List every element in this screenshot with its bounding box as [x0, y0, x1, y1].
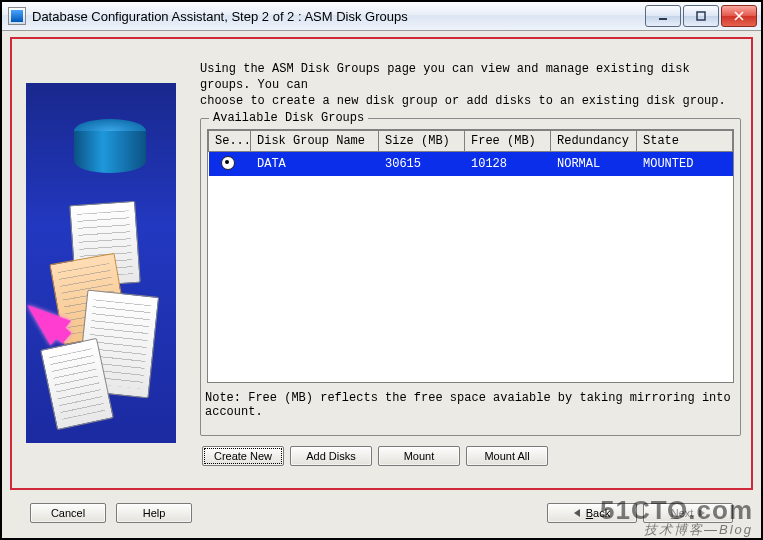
cell-free: 10128 — [465, 151, 551, 176]
back-label: ack — [593, 507, 610, 519]
wizard-nav: Cancel Help Back Next — [10, 498, 753, 528]
wizard-panel: Using the ASM Disk Groups page you can v… — [10, 37, 753, 490]
cell-size: 30615 — [379, 151, 465, 176]
intro-text: Using the ASM Disk Groups page you can v… — [200, 61, 741, 110]
wizard-illustration — [26, 83, 176, 443]
col-select[interactable]: Se... — [209, 130, 251, 151]
mount-button[interactable]: Mount — [378, 446, 460, 466]
col-state[interactable]: State — [637, 130, 733, 151]
app-window: Database Configuration Assistant, Step 2… — [0, 0, 763, 540]
help-button[interactable]: Help — [116, 503, 192, 523]
chevron-left-icon — [574, 509, 580, 517]
radio-icon — [221, 156, 235, 170]
table-row[interactable]: DATA 30615 10128 NORMAL MOUNTED — [209, 151, 733, 176]
window-title: Database Configuration Assistant, Step 2… — [32, 9, 643, 24]
cell-redundancy: NORMAL — [551, 151, 637, 176]
add-disks-button[interactable]: Add Disks — [290, 446, 372, 466]
mount-all-button[interactable]: Mount All — [466, 446, 548, 466]
intro-line: Using the ASM Disk Groups page you can v… — [200, 62, 690, 92]
client-area: Using the ASM Disk Groups page you can v… — [2, 31, 761, 538]
mirroring-note: Note: Free (MB) reflects the free space … — [205, 391, 736, 419]
content-pane: Using the ASM Disk Groups page you can v… — [200, 61, 741, 478]
group-legend: Available Disk Groups — [209, 111, 368, 125]
svg-rect-1 — [697, 12, 705, 20]
chevron-right-icon — [699, 509, 705, 517]
back-button[interactable]: Back — [547, 503, 637, 523]
close-button[interactable] — [721, 5, 757, 27]
col-name[interactable]: Disk Group Name — [251, 130, 379, 151]
app-icon — [8, 7, 26, 25]
row-select-radio[interactable] — [209, 151, 251, 176]
table-header-row: Se... Disk Group Name Size (MB) Free (MB… — [209, 130, 733, 151]
window-controls — [643, 5, 757, 27]
col-free[interactable]: Free (MB) — [465, 130, 551, 151]
mnemonic: N — [671, 507, 679, 519]
col-size[interactable]: Size (MB) — [379, 130, 465, 151]
cancel-button[interactable]: Cancel — [30, 503, 106, 523]
mnemonic: B — [586, 507, 593, 519]
intro-line: choose to create a new disk group or add… — [200, 94, 726, 108]
titlebar: Database Configuration Assistant, Step 2… — [2, 2, 761, 31]
svg-rect-0 — [659, 18, 667, 20]
next-button[interactable]: Next — [643, 503, 733, 523]
col-redundancy[interactable]: Redundancy — [551, 130, 637, 151]
create-new-button[interactable]: Create New — [202, 446, 284, 466]
action-buttons-row: Create New Add Disks Mount Mount All — [200, 446, 741, 466]
disk-groups-box: Available Disk Groups Se... Disk Group N… — [200, 118, 741, 436]
disk-groups-table[interactable]: Se... Disk Group Name Size (MB) Free (MB… — [207, 129, 734, 383]
maximize-button[interactable] — [683, 5, 719, 27]
next-label: ext — [679, 507, 694, 519]
cell-name: DATA — [251, 151, 379, 176]
minimize-button[interactable] — [645, 5, 681, 27]
cell-state: MOUNTED — [637, 151, 733, 176]
database-icon — [74, 119, 146, 179]
